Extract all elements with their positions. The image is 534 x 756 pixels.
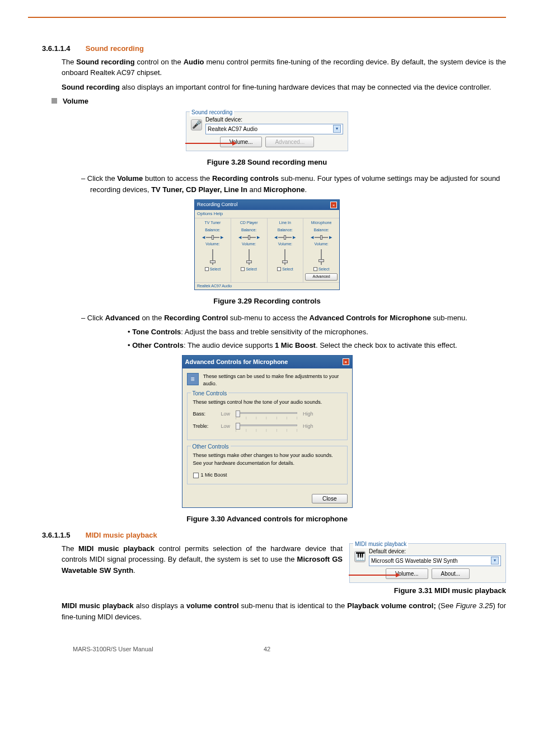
intro-text: These settings can be used to make fine … [203,373,348,388]
sub-bullet: Click Advanced on the Recording Control … [81,312,506,324]
select-checkbox[interactable] [313,267,317,271]
section-title: Sound recording [86,43,144,54]
section-title: MIDI music playback [86,530,157,541]
chevron-down-icon[interactable]: ▾ [333,125,341,133]
microphone-icon: 🎤 [191,119,202,130]
page-number: 42 [264,645,270,654]
advanced-button[interactable]: Advanced [305,273,338,281]
about-button[interactable]: About... [432,568,470,579]
window-title: Recording Control [197,201,238,209]
other-controls-group: Other Controls These settings make other… [187,446,348,484]
default-device-label: Default device: [205,115,343,124]
figure-caption: Figure 3.28 Sound recording menu [28,157,506,168]
bullet-icon [51,98,57,104]
callout-arrow [185,143,236,144]
default-device-label: Default device: [369,547,501,556]
paragraph: The MIDI music playback control permits … [62,543,343,576]
paragraph: MIDI music playback also displays a volu… [62,600,506,622]
volume-button[interactable]: Volume... [220,137,263,147]
sub-sub-bullet: Other Controls: The audio device support… [101,340,506,351]
paragraph: Sound recording also displays an importa… [62,82,506,93]
figure-caption: Figure 3.29 Recording controls [28,296,506,307]
footer-left: MARS-3100R/S User Manual [73,645,153,654]
select-checkbox[interactable] [241,267,245,271]
recording-control-window: Recording Control × Options Help TV Tune… [194,199,340,290]
volume-slider[interactable] [209,249,217,265]
callout-arrow [349,575,399,576]
mic-boost-checkbox[interactable] [193,473,199,478]
channel-cd-player: CD Player Balance: ◀▶ Volume: Select [231,218,268,282]
figure-caption: Figure 3.31 MIDI music playback [28,585,506,596]
dialog-title: Advanced Controls for Microphone [185,357,288,367]
midi-playback-panel: MIDI music playback 🎹 Default device: Mi… [349,543,506,583]
close-icon[interactable]: × [330,202,337,208]
status-bar: Realtek AC97 Audio [195,282,339,290]
equalizer-icon: ≡ [187,373,199,385]
paragraph: The Sound recording control on the Audio… [62,57,506,78]
advanced-controls-dialog: Advanced Controls for Microphone × ≡ The… [182,355,353,508]
section-number: 3.6.1.1.4 [42,43,71,57]
device-select[interactable]: Microsoft GS Wavetable SW Synth ▾ [369,556,501,566]
sub-bullet: Click the Volume button to access the Re… [81,173,506,195]
treble-slider[interactable]: ||||||| [236,423,297,431]
mic-boost-label: 1 Mic Boost [201,472,227,479]
volume-slider[interactable] [281,249,289,265]
volume-slider[interactable] [245,249,253,265]
sub-sub-bullet: Tone Controls: Adjust the bass and trebl… [101,326,506,338]
bullet-item: Volume [51,96,506,107]
tone-controls-group: Tone Controls These settings control how… [187,393,348,441]
figure-caption: Figure 3.30 Advanced controls for microp… [28,514,506,525]
channel-tv-tuner: TV Tuner Balance: ◀▶ Volume: Select [195,218,231,282]
bass-slider[interactable]: ||||||| [236,410,297,418]
device-select[interactable]: Realtek AC97 Audio ▾ [205,124,343,134]
chevron-down-icon[interactable]: ▾ [491,557,499,564]
midi-icon: 🎹 [354,551,366,562]
menu-bar[interactable]: Options Help [195,210,339,218]
sound-recording-panel: Sound recording 🎤 Default device: Realte… [186,111,348,151]
close-button[interactable]: Close [312,494,348,503]
close-icon[interactable]: × [343,358,349,365]
volume-button[interactable]: Volume... [386,568,428,579]
select-checkbox[interactable] [205,267,209,271]
section-number: 3.6.1.1.5 [42,530,71,543]
advanced-button: Advanced... [265,137,314,147]
speaker-icon: ◀ [202,235,205,241]
select-checkbox[interactable] [277,267,281,271]
volume-slider[interactable] [317,249,325,265]
channel-line-in: Line In Balance: ◀▶ Volume: Select [268,218,304,282]
speaker-icon: ▶ [221,235,223,241]
channel-microphone: Microphone Balance: ◀▶ Volume: Select Ad… [303,218,339,282]
